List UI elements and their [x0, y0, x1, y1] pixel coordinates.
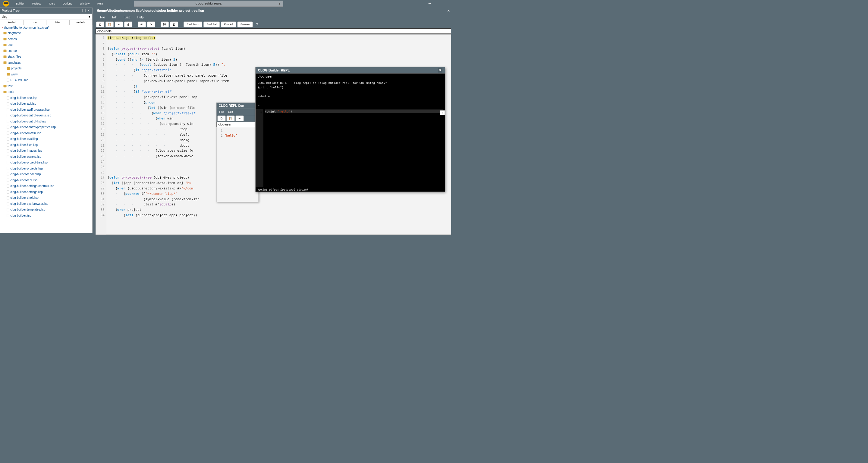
- tree-item[interactable]: clog-builder.lisp: [0, 213, 93, 219]
- file-tree[interactable]: clogframedemosdocsourcestatic-filestempl…: [0, 30, 93, 233]
- editor-menu-file[interactable]: File: [96, 14, 108, 21]
- tree-item[interactable]: clog-builder-ace.lisp: [0, 95, 93, 101]
- tree-item[interactable]: clog-builder-files.lisp: [0, 142, 93, 148]
- run-button[interactable]: run: [23, 20, 46, 25]
- tree-item[interactable]: demos: [0, 36, 93, 42]
- repl-console-body[interactable]: 1 2 "hello": [217, 127, 258, 202]
- tree-item-label: clog-builder-project-tree.lisp: [10, 160, 48, 166]
- tree-item[interactable]: clog-builder-settings-controls.lisp: [0, 183, 93, 189]
- folder-icon: [4, 44, 7, 46]
- tree-item[interactable]: clog-builder-control-properties.lisp: [0, 124, 93, 130]
- tree-item[interactable]: clog-builder-sys-browser.lisp: [0, 201, 93, 207]
- tree-item[interactable]: clog-builder-templates.lisp: [0, 207, 93, 213]
- tree-item[interactable]: clogframe: [0, 30, 93, 36]
- file-icon: [7, 173, 9, 176]
- browse-button[interactable]: Browse: [238, 22, 253, 27]
- tree-item[interactable]: clog-builder-shell.lisp: [0, 195, 93, 201]
- eval-sel-button[interactable]: Eval Sel: [204, 22, 220, 27]
- editor-menu-help[interactable]: Help: [134, 14, 147, 21]
- tree-item[interactable]: clog-builder-project-tree.lisp: [0, 160, 93, 166]
- asd-edit-button[interactable]: asd edit: [69, 20, 93, 25]
- rc-menu-edit[interactable]: Edit: [228, 110, 233, 114]
- menu-help[interactable]: Help: [93, 0, 107, 7]
- tree-item-label: templates: [8, 60, 21, 65]
- tree-item[interactable]: www: [0, 71, 93, 78]
- loaded-button[interactable]: loaded: [0, 20, 24, 25]
- tree-item[interactable]: clog-builder-eval.lisp: [0, 136, 93, 142]
- tree-item-label: clog-builder-settings.lisp: [10, 189, 43, 195]
- tree-item-label: test: [8, 83, 13, 89]
- close-icon[interactable]: ×: [438, 68, 442, 73]
- cut-button[interactable]: ✂: [115, 22, 123, 27]
- paste-button[interactable]: 📋: [105, 22, 114, 27]
- menu-project[interactable]: Project: [28, 0, 44, 7]
- tree-item[interactable]: static-files: [0, 54, 93, 60]
- save-button[interactable]: 💾: [161, 22, 169, 27]
- file-icon: [7, 126, 9, 129]
- cut-button[interactable]: ✂: [236, 116, 244, 121]
- repl-console-package[interactable]: clog-user: [217, 122, 258, 127]
- project-root-path[interactable]: /home/dbotton/common-lisp/clog/: [0, 25, 93, 30]
- tree-item[interactable]: clog-builder-projects.lisp: [0, 166, 93, 172]
- tree-item[interactable]: source: [0, 48, 93, 54]
- tree-item[interactable]: clog-builder-control-list.lisp: [0, 119, 93, 124]
- tree-item[interactable]: clog-builder-asdf-browser.lisp: [0, 107, 93, 113]
- file-icon: [7, 161, 9, 164]
- tree-item[interactable]: clog-builder-api.lisp: [0, 101, 93, 107]
- editor-menu-edit[interactable]: Edit: [108, 14, 121, 21]
- new-button[interactable]: 🗋: [218, 116, 226, 121]
- menu-builder[interactable]: Builder: [12, 0, 28, 7]
- repl-input[interactable]: 1 (print "hello"): [255, 109, 445, 187]
- tree-item-label: clog-builder-sys-browser.lisp: [10, 201, 49, 207]
- repl-output: CLOG Builder REPL - (clog-repl) or (clog…: [255, 79, 445, 109]
- file-icon: [7, 138, 9, 141]
- tree-item[interactable]: templates: [0, 60, 93, 66]
- maximize-icon[interactable]: [83, 9, 86, 12]
- undo-button[interactable]: ↶: [138, 22, 146, 27]
- top-dropdown[interactable]: CLOG Builder REPL: [134, 1, 283, 7]
- editor-toolbar: 🗋 📋 ✂ 🗑 ↶ ↷ 💾 🗎 Eval Form Eval Sel Eval …: [95, 21, 452, 28]
- editor-package-field[interactable]: clog-tools: [96, 28, 451, 34]
- tree-item[interactable]: clog-builder-control-events.lisp: [0, 113, 93, 119]
- tree-item[interactable]: clog-builder-panels.lisp: [0, 154, 93, 160]
- file-icon: [7, 155, 9, 158]
- tree-item[interactable]: projects: [0, 65, 93, 71]
- tree-item-label: clog-builder-files.lisp: [10, 142, 38, 148]
- tree-item[interactable]: tools: [0, 89, 93, 95]
- eval-all-button[interactable]: Eval All: [221, 22, 236, 27]
- paste-button[interactable]: 📋: [227, 116, 235, 121]
- project-selector[interactable]: clog: [0, 14, 93, 20]
- expand-icon[interactable]: ⤢: [427, 1, 432, 6]
- new-button[interactable]: 🗋: [96, 22, 104, 27]
- close-icon[interactable]: ×: [447, 8, 450, 13]
- redo-button[interactable]: ↷: [147, 22, 155, 27]
- tree-item[interactable]: test: [0, 83, 93, 89]
- repl-input-gutter: 1: [255, 109, 264, 187]
- editor-menu-lisp[interactable]: Lisp: [121, 14, 133, 21]
- tree-item-label: clog-builder-eval.lisp: [10, 136, 38, 142]
- delete-button[interactable]: 🗑: [124, 22, 132, 27]
- file-icon: [7, 143, 9, 146]
- export-button[interactable]: 🗎: [170, 22, 178, 27]
- tree-item[interactable]: clog-builder-render.lisp: [0, 171, 93, 177]
- tree-item[interactable]: clog-builder-settings.lisp: [0, 189, 93, 195]
- folder-icon: [4, 32, 7, 34]
- tree-item[interactable]: doc: [0, 42, 93, 48]
- repl-input-text[interactable]: (print "hello"): [264, 109, 445, 187]
- rc-menu-file[interactable]: File: [219, 110, 224, 114]
- tree-item[interactable]: clog-builder-dir-win.lisp: [0, 130, 93, 136]
- menu-options[interactable]: Options: [59, 0, 76, 7]
- menu-window[interactable]: Window: [76, 0, 93, 7]
- repl-send-button[interactable]: >: [440, 110, 445, 115]
- tree-item-label: www: [11, 71, 18, 77]
- menu-tools[interactable]: Tools: [44, 0, 59, 7]
- tree-item[interactable]: clog-builder-repl.lisp: [0, 177, 93, 183]
- help-icon[interactable]: ?: [254, 23, 260, 27]
- filter-button[interactable]: filter: [46, 20, 70, 25]
- eval-form-button[interactable]: Eval Form: [184, 22, 202, 27]
- project-selector-value: clog: [2, 15, 7, 19]
- tree-item[interactable]: clog-builder-images.lisp: [0, 148, 93, 154]
- close-icon[interactable]: ×: [88, 9, 91, 12]
- file-icon: [7, 120, 9, 123]
- tree-item[interactable]: README.md: [0, 77, 93, 83]
